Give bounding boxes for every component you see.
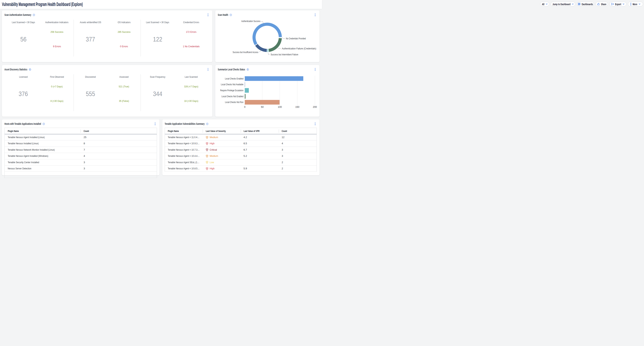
svg-text:Authentication Success: Authentication Success [241,20,260,22]
svg-text:50: 50 [261,106,264,108]
svg-text:Local Checks Not Enabled: Local Checks Not Enabled [222,95,244,98]
svg-text:Require Privilege Escalation: Require Privilege Escalation [220,89,244,92]
svg-text:150: 150 [295,106,300,108]
svg-text:Local Checks Enabled: Local Checks Enabled [225,77,244,80]
svg-text:Authentication Failure (Creden: Authentication Failure (Credentials) [282,47,316,50]
svg-text:100: 100 [278,106,282,108]
svg-text:Success but Insufficient Acces: Success but Insufficient Access [232,51,258,54]
svg-text:Success but Intermittent Failu: Success but Intermittent Failure [271,53,298,56]
svg-text:Local Checks Not Run: Local Checks Not Run [225,101,244,104]
svg-text:200: 200 [313,106,317,108]
svg-text:0: 0 [244,106,246,108]
svg-text:No Credentials Provided: No Credentials Provided [286,37,306,40]
svg-text:Local Checks Not Available: Local Checks Not Available [221,83,244,86]
